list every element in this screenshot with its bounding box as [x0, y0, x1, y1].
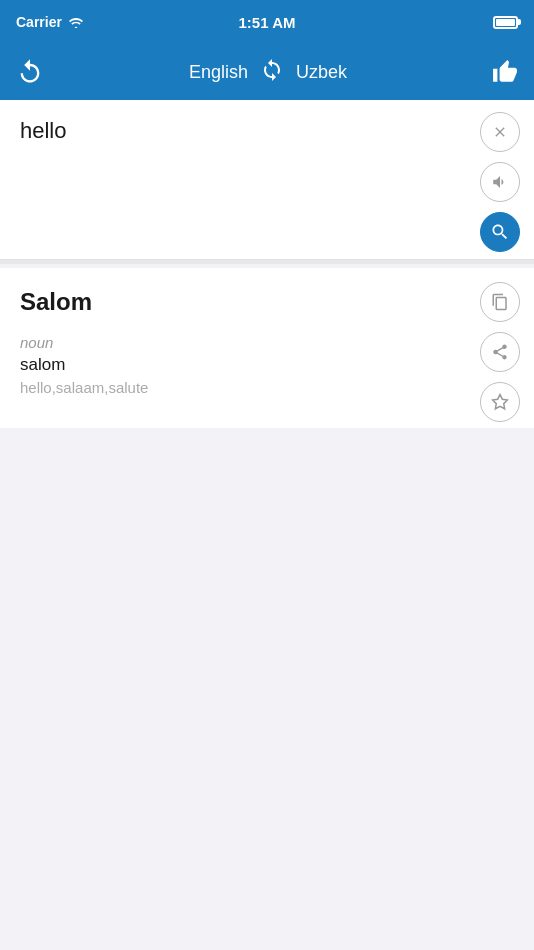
search-input[interactable]: hello — [20, 116, 474, 208]
copy-button[interactable] — [480, 282, 520, 322]
copy-icon — [491, 293, 509, 311]
swap-languages-button[interactable] — [260, 58, 284, 87]
status-bar-left: Carrier — [16, 14, 84, 30]
share-icon — [491, 343, 509, 361]
result-area: Salom noun salom hello,salaam,salute — [0, 268, 534, 428]
definition-entry: noun salom hello,salaam,salute — [20, 334, 514, 396]
search-button[interactable] — [480, 212, 520, 252]
search-icon — [490, 222, 510, 242]
input-area: hello — [0, 100, 534, 260]
speaker-icon — [491, 173, 509, 191]
translated-word: Salom — [20, 288, 514, 316]
wifi-icon — [68, 16, 84, 28]
speak-button[interactable] — [480, 162, 520, 202]
history-icon — [16, 58, 44, 86]
close-icon — [492, 124, 508, 140]
input-actions — [480, 112, 520, 252]
favorite-button[interactable] — [480, 382, 520, 422]
divider — [0, 260, 534, 264]
source-language[interactable]: English — [189, 62, 248, 83]
result-actions — [480, 282, 520, 422]
status-bar: Carrier 1:51 AM — [0, 0, 534, 44]
swap-icon — [260, 58, 284, 82]
thumbs-up-icon — [492, 59, 518, 85]
nav-left — [16, 58, 44, 86]
target-language[interactable]: Uzbek — [296, 62, 347, 83]
clear-button[interactable] — [480, 112, 520, 152]
synonyms: hello,salaam,salute — [20, 379, 514, 396]
carrier-label: Carrier — [16, 14, 62, 30]
nav-center: English Uzbek — [189, 58, 347, 87]
share-button[interactable] — [480, 332, 520, 372]
battery-icon — [493, 16, 518, 29]
thumbs-up-button[interactable] — [492, 59, 518, 85]
history-button[interactable] — [16, 58, 44, 86]
part-of-speech: noun — [20, 334, 514, 351]
nav-bar: English Uzbek — [0, 44, 534, 100]
star-icon — [491, 393, 509, 411]
status-bar-time: 1:51 AM — [239, 14, 296, 31]
svg-point-0 — [75, 27, 78, 28]
translation-word: salom — [20, 355, 514, 375]
nav-right — [492, 59, 518, 85]
status-bar-right — [493, 16, 518, 29]
